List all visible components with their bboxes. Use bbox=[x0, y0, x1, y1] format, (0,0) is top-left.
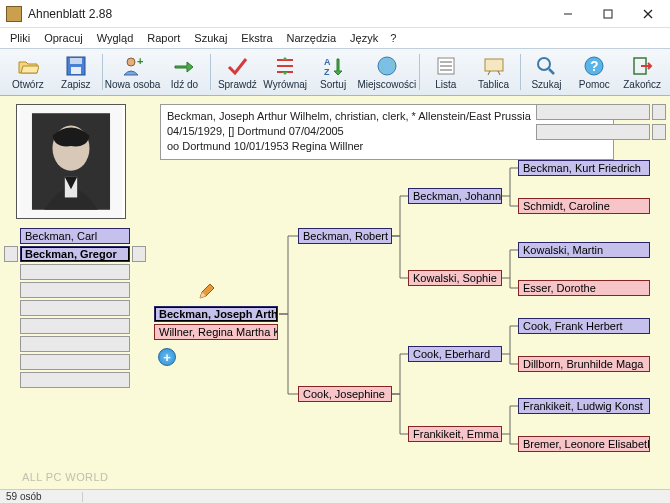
tree-ggm2[interactable]: Esser, Dorothe bbox=[518, 280, 650, 296]
svg-rect-1 bbox=[604, 10, 612, 18]
sidebar-prev[interactable] bbox=[4, 246, 18, 262]
svg-rect-6 bbox=[71, 67, 81, 74]
folder-open-icon bbox=[16, 54, 40, 78]
empty-slot[interactable] bbox=[536, 124, 650, 140]
menu-jezyk[interactable]: Język bbox=[344, 30, 384, 46]
search-icon bbox=[534, 54, 558, 78]
align-icon bbox=[273, 54, 297, 78]
places-label: Miejscowości bbox=[357, 79, 416, 90]
separator bbox=[419, 54, 420, 90]
slot-toggle[interactable] bbox=[652, 104, 666, 120]
window-title: Ahnenblatt 2.88 bbox=[28, 7, 548, 21]
sidebar-next[interactable] bbox=[132, 246, 146, 262]
svg-marker-13 bbox=[282, 72, 288, 75]
svg-point-24 bbox=[538, 58, 550, 70]
tree-ggf2[interactable]: Kowalski, Martin bbox=[518, 242, 650, 258]
list-button[interactable]: Lista bbox=[422, 52, 470, 92]
close-button[interactable] bbox=[628, 1, 668, 27]
separator bbox=[520, 54, 521, 90]
focus-person[interactable]: Beckman, Joseph Arthu bbox=[154, 306, 278, 322]
save-label: Zapisz bbox=[61, 79, 90, 90]
tree-ggf3[interactable]: Cook, Frank Herbert bbox=[518, 318, 650, 334]
sidebar-item[interactable]: Beckman, Carl bbox=[20, 228, 130, 244]
tree-ggm4[interactable]: Bremer, Leonore Elisabetl bbox=[518, 436, 650, 452]
empty-slot[interactable] bbox=[536, 104, 650, 120]
goto-label: Idź do bbox=[171, 79, 198, 90]
focus-spouse[interactable]: Willner, Regina Martha K bbox=[154, 324, 278, 340]
list-label: Lista bbox=[435, 79, 456, 90]
help-label: Pomoc bbox=[579, 79, 610, 90]
maximize-button[interactable] bbox=[588, 1, 628, 27]
toolbar: Otwórz Zapisz +Nowa osoba Idź do Sprawdź… bbox=[0, 48, 670, 96]
open-label: Otwórz bbox=[12, 79, 44, 90]
svg-point-7 bbox=[127, 58, 135, 66]
statusbar: 59 osób bbox=[0, 489, 670, 503]
board-label: Tablica bbox=[478, 79, 509, 90]
board-button[interactable]: Tablica bbox=[470, 52, 518, 92]
menu-narzedzia[interactable]: Narzędzia bbox=[281, 30, 343, 46]
svg-text:A: A bbox=[324, 57, 331, 67]
empty-slot[interactable] bbox=[20, 336, 130, 352]
search-label: Szukaj bbox=[531, 79, 561, 90]
minimize-button[interactable] bbox=[548, 1, 588, 27]
empty-slot[interactable] bbox=[20, 372, 130, 388]
menu-wyglad[interactable]: Wygląd bbox=[91, 30, 140, 46]
status-separator bbox=[82, 492, 83, 502]
align-button[interactable]: Wyrównaj bbox=[261, 52, 309, 92]
info-line-3: oo Dortmund 10/01/1953 Regina Willner bbox=[167, 139, 607, 154]
tree-mgm[interactable]: Frankikeit, Emma bbox=[408, 426, 502, 442]
pencil-icon bbox=[198, 284, 214, 300]
empty-slot[interactable] bbox=[20, 300, 130, 316]
menu-szukaj[interactable]: Szukaj bbox=[188, 30, 233, 46]
save-button[interactable]: Zapisz bbox=[52, 52, 100, 92]
slot-toggle[interactable] bbox=[652, 124, 666, 140]
tree-ggf1[interactable]: Beckman, Kurt Friedrich bbox=[518, 160, 650, 176]
svg-text:+: + bbox=[137, 55, 143, 67]
check-button[interactable]: Sprawdź bbox=[213, 52, 261, 92]
empty-slot[interactable] bbox=[20, 282, 130, 298]
menu-pliki[interactable]: Pliki bbox=[4, 30, 36, 46]
add-button[interactable]: + bbox=[158, 348, 176, 366]
menu-ekstra[interactable]: Ekstra bbox=[235, 30, 278, 46]
sidebar-item-selected[interactable]: Beckman, Gregor bbox=[20, 246, 130, 262]
sort-icon: AZ bbox=[321, 54, 345, 78]
list-icon bbox=[434, 54, 458, 78]
check-icon bbox=[225, 54, 249, 78]
tree-pgm[interactable]: Kowalski, Sophie bbox=[408, 270, 502, 286]
svg-text:?: ? bbox=[590, 58, 599, 74]
sort-button[interactable]: AZSortuj bbox=[309, 52, 357, 92]
tree-mgf[interactable]: Cook, Eberhard bbox=[408, 346, 502, 362]
svg-line-23 bbox=[498, 71, 500, 75]
menu-raport[interactable]: Raport bbox=[141, 30, 186, 46]
search-button[interactable]: Szukaj bbox=[523, 52, 571, 92]
empty-slot[interactable] bbox=[20, 354, 130, 370]
person-photo[interactable] bbox=[16, 104, 126, 219]
help-icon: ? bbox=[582, 54, 606, 78]
separator bbox=[210, 54, 211, 90]
svg-marker-12 bbox=[282, 57, 288, 60]
tree-pgf[interactable]: Beckman, Johann Friedri bbox=[408, 188, 502, 204]
tree-ggm3[interactable]: Dillborn, Brunhilde Maga bbox=[518, 356, 650, 372]
goto-button[interactable]: Idź do bbox=[161, 52, 209, 92]
new-person-button[interactable]: +Nowa osoba bbox=[105, 52, 161, 92]
tree-father[interactable]: Beckman, Robert Martin bbox=[298, 228, 392, 244]
svg-rect-5 bbox=[70, 58, 82, 64]
tree-ggm1[interactable]: Schmidt, Caroline bbox=[518, 198, 650, 214]
sort-label: Sortuj bbox=[320, 79, 346, 90]
watermark: ALL PC WORLD bbox=[22, 471, 108, 483]
titlebar: Ahnenblatt 2.88 bbox=[0, 0, 670, 28]
empty-slot[interactable] bbox=[20, 264, 130, 280]
menu-opracuj[interactable]: Opracuj bbox=[38, 30, 89, 46]
empty-slot[interactable] bbox=[20, 318, 130, 334]
menu-help[interactable]: ? bbox=[386, 30, 400, 46]
workarea: Beckman, Joseph Arthur Wilhelm, christia… bbox=[0, 96, 670, 489]
floppy-icon bbox=[64, 54, 88, 78]
open-button[interactable]: Otwórz bbox=[4, 52, 52, 92]
places-button[interactable]: Miejscowości bbox=[357, 52, 417, 92]
tree-ggf4[interactable]: Frankikeit, Ludwig Konst bbox=[518, 398, 650, 414]
exit-button[interactable]: Zakończ bbox=[618, 52, 666, 92]
svg-line-22 bbox=[488, 71, 490, 75]
tree-mother[interactable]: Cook, Josephine bbox=[298, 386, 392, 402]
help-button[interactable]: ?Pomoc bbox=[570, 52, 618, 92]
svg-line-25 bbox=[549, 69, 554, 74]
